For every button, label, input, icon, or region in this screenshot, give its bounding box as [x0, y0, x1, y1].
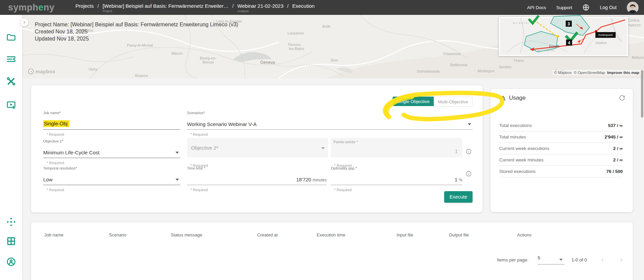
- optimality-gap-unit: %: [459, 178, 462, 182]
- minimap-town-label: Fondli: [549, 44, 559, 48]
- scenarios-select[interactable]: Scenarios* Working Scenario Webinar V-A …: [187, 111, 473, 136]
- items-per-page-value[interactable]: 5: [538, 255, 540, 260]
- sidebar-expand-button[interactable]: [20, 18, 29, 27]
- breadcrumb-label[interactable]: [Webinar] Beispiel auf Basis: Fernwärmen…: [103, 3, 229, 9]
- column-header: Output file: [449, 232, 517, 237]
- projects-folder-icon[interactable]: [6, 32, 16, 42]
- jobs-table-header: Job name Scenario Status message Created…: [31, 232, 633, 237]
- language-globe-icon[interactable]: [582, 4, 590, 11]
- refresh-icon[interactable]: [619, 95, 625, 102]
- project-map[interactable]: Moulins Paray-le-Monial Lons-le-Saunier …: [22, 15, 644, 78]
- project-created-text: Created Nov 18, 2025: [35, 28, 238, 35]
- multi-objective-tab[interactable]: Multi-Objective: [434, 97, 473, 107]
- optimality-gap-info-icon[interactable]: [466, 171, 472, 177]
- usage-header: Usage: [499, 94, 526, 102]
- map-place-label: Sondrio: [499, 65, 512, 69]
- help-icon-partial[interactable]: [6, 276, 16, 280]
- column-header: Job name: [44, 232, 109, 237]
- api-docs-link[interactable]: API Docs: [527, 5, 546, 10]
- objective2-select-disabled: Objective 2*: [187, 138, 328, 157]
- column-header: Actions: [517, 232, 633, 237]
- job-name-value[interactable]: Single-Obj: [43, 120, 70, 127]
- jobs-table-card: Job name Scenario Status message Created…: [31, 222, 633, 280]
- minimap-marker-4: 4: [568, 41, 570, 45]
- project-updated-text: Updated Nov 18, 2025: [35, 35, 238, 42]
- usage-chart-icon: [499, 94, 506, 102]
- column-header: Execution time: [317, 232, 397, 237]
- breadcrumb-label[interactable]: Webinar 21-02-2023: [237, 3, 283, 9]
- map-place-label: Geneva: [260, 60, 275, 65]
- user-avatar[interactable]: [627, 2, 639, 14]
- project-name-text: Project Name: [Webinar] Beispiel auf Bas…: [35, 21, 238, 28]
- usage-metrics: Total executions 537 / ∞ Total minutes 2…: [499, 120, 623, 177]
- breadcrumb-label[interactable]: Projects: [76, 3, 94, 9]
- objective1-select[interactable]: Objective 1* Minimum Life-Cycle Cost * R…: [43, 139, 180, 165]
- map-place-label: Vichy: [88, 67, 98, 71]
- map-place-label: Roanne: [135, 74, 148, 78]
- breadcrumb-label[interactable]: Execution: [292, 3, 315, 9]
- breadcrumb-analysis[interactable]: Webinar 21-02-2023 Analysis: [237, 3, 283, 15]
- pareto-points-label: Pareto points *: [333, 140, 358, 144]
- chevron-down-icon: [559, 259, 563, 261]
- mapbox-logo-icon: [28, 68, 34, 75]
- usage-metric-label: Current week executions: [499, 146, 549, 151]
- breadcrumb-projects[interactable]: Projects: [76, 3, 94, 15]
- required-hint: * Required: [187, 132, 473, 136]
- optimality-gap-value[interactable]: 1: [455, 177, 457, 182]
- required-hint: * Required: [43, 161, 180, 165]
- left-sidebar: [0, 15, 22, 280]
- osm-attribution-link[interactable]: © OpenStreetMap: [574, 71, 605, 75]
- temporal-resolution-select[interactable]: Temporal resolution* Low * Required: [43, 166, 180, 192]
- temporal-resolution-value[interactable]: Low: [43, 177, 53, 182]
- sympheny-logo[interactable]: sympheny: [8, 0, 55, 15]
- move-network-icon[interactable]: [6, 217, 16, 227]
- map-place-label: Bourg-en-: [200, 56, 216, 60]
- time-limit-input[interactable]: Time limit * 18'720 minutes * Required: [187, 166, 327, 192]
- map-place-label: Lausanne: [288, 31, 304, 35]
- mapbox-attribution-link[interactable]: © Mapbox: [554, 71, 572, 75]
- chevron-down-icon: [321, 147, 325, 149]
- time-limit-value[interactable]: 18'720: [296, 177, 311, 182]
- vertical-scrollbar-thumb[interactable]: [641, 70, 643, 118]
- usage-metric-label: Total minutes: [499, 134, 526, 139]
- items-per-page-select[interactable]: 5: [538, 255, 565, 264]
- network-minimap[interactable]: 3 4 Knotenpunkt WILENTAL Fondli Dietikon…: [499, 17, 628, 56]
- minimap-marker-3: 3: [568, 22, 570, 26]
- support-link[interactable]: Support: [556, 5, 572, 10]
- improve-map-link[interactable]: Improve this map: [607, 71, 639, 75]
- chevron-down-icon[interactable]: [176, 152, 179, 154]
- scenario-list-icon[interactable]: [6, 54, 16, 64]
- job-name-field[interactable]: Job name* Single-Obj * Required: [43, 111, 180, 136]
- pareto-info-icon[interactable]: [466, 149, 472, 154]
- usage-metric-value: 2'945 / ∞: [605, 134, 623, 139]
- single-objective-tab[interactable]: Single Objective: [393, 97, 434, 106]
- map-place-label: les-Bains: [289, 47, 304, 51]
- results-grid-icon[interactable]: [6, 236, 16, 246]
- map-place-label: Mâcon: [171, 51, 183, 55]
- map-place-label: Belluno: [632, 55, 644, 59]
- previous-page-button[interactable]: [598, 255, 607, 264]
- next-page-button[interactable]: [617, 255, 625, 264]
- logout-link[interactable]: Log Out: [600, 5, 617, 10]
- map-place-label: Sion: [330, 58, 338, 62]
- objective1-value[interactable]: Minimum Life-Cycle Cost: [43, 150, 100, 155]
- logo-accent-letter: e: [38, 2, 44, 13]
- breadcrumb-separator: /: [284, 3, 292, 15]
- design-tools-icon[interactable]: [6, 76, 16, 86]
- execute-button[interactable]: Execute: [444, 191, 473, 203]
- map-place-label: Bulle: [322, 24, 330, 28]
- execution-run-icon[interactable]: [6, 100, 16, 110]
- optimality-gap-input[interactable]: Optimality gap * 1 % * Required: [331, 166, 462, 192]
- usage-metric-label: Total executions: [499, 123, 532, 128]
- usage-metric-value: 537 / ∞: [608, 123, 623, 128]
- account-icon[interactable]: [6, 257, 16, 267]
- minimap-town2-label: Dietikon: [596, 41, 607, 45]
- breadcrumb-project-name[interactable]: [Webinar] Beispiel auf Basis: Fernwärmen…: [103, 3, 229, 15]
- chevron-down-icon[interactable]: [468, 123, 471, 125]
- chevron-down-icon[interactable]: [176, 179, 179, 181]
- mapbox-logo[interactable]: mapbox: [28, 68, 55, 75]
- objective-mode-toggle: Single Objective Multi-Objective: [393, 97, 473, 107]
- usage-metric-value: 2 / ∞: [613, 157, 623, 162]
- breadcrumb-execution[interactable]: Execution: [292, 3, 315, 15]
- scenarios-value[interactable]: Working Scenario Webinar V-A: [187, 121, 257, 127]
